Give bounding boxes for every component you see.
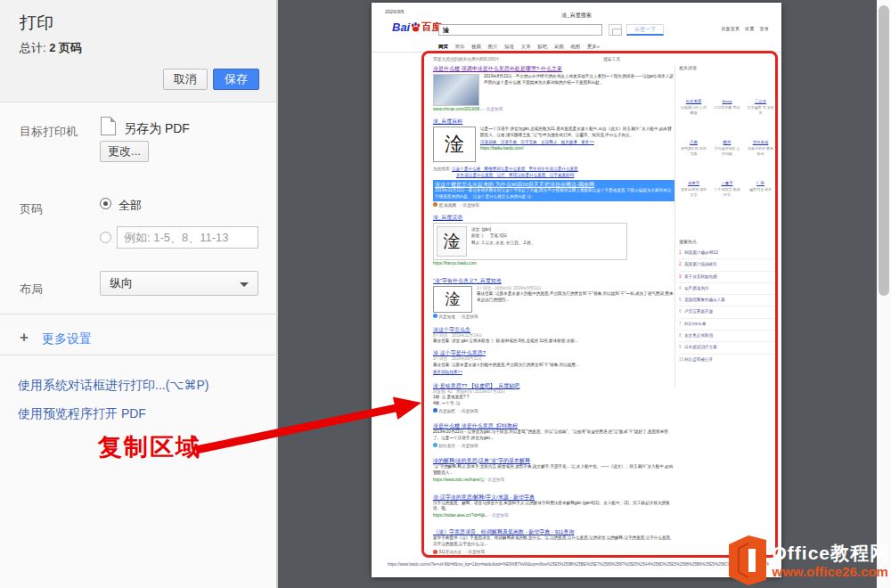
system-dialog-print-link[interactable]: 使用系统对话框进行打印...(⌥⌘P) — [18, 378, 208, 394]
recommend-row: 为您推荐: 淦这个是什么梗 网络用词淦是什么意思 男生对女生说淦是什么意思 女生… — [433, 166, 675, 178]
result-item: 淦是什么梗 强调中淦是什么意思出处是哪里?-什么之家 2019年8月22日 - … — [433, 65, 675, 112]
result-source: 百度知道 - 百度快照 — [433, 314, 675, 320]
destination-label: 目标打印机 — [20, 124, 78, 140]
divider — [0, 314, 278, 314]
hot-search-item[interactable]: 5英国现聚集性确诊人案 — [679, 295, 775, 306]
pages-all-label: 全部 — [119, 198, 142, 214]
result-title-link[interactable]: 淦_百度百科 — [433, 118, 675, 125]
divider — [372, 52, 781, 53]
result-tabs[interactable]: 网页 资讯 视频 图片 知道 文库 贴吧 采购 地图 更多» — [438, 44, 600, 50]
hot-search-item[interactable]: 6卢浮宫重新开放 — [679, 306, 775, 318]
result-item: 淦的解释|淦的意思|汉典“淦”字的基本解释 “淦”字的解释,释义,异体字,音韵方… — [433, 457, 675, 483]
result-item: 淦:汉字淦的意思/解释/字义/来源 - 新华字典 汉字淦的意思、解释、读音与拼音… — [433, 494, 675, 519]
pages-label: 页码 — [20, 201, 43, 217]
more-site-results-link[interactable]: 更多同站结果>> — [433, 369, 675, 375]
destination-value: 另存为 PDF — [124, 121, 190, 137]
related-word: 连笔字潦草连笔写 成的文字 — [679, 181, 708, 197]
hot-search-item[interactable]: 1韩国累计确诊4812 — [679, 248, 775, 259]
watermark: Office教程网 www.office26.com — [727, 535, 889, 586]
related-word: 二叠字二个相同字 构成的字 — [713, 181, 742, 197]
snapshot-link[interactable]: - 百度快照 — [486, 478, 504, 482]
result-title-link[interactable]: 淦是什么梗 淦是什么意思_好特教程 — [433, 422, 675, 429]
pages-all-radio[interactable] — [100, 198, 111, 209]
result-item: 淦_百度汉语 淦 读音: [gàn] 部首: 氵 五笔 IQG 释义: 1.淦水… — [433, 214, 675, 266]
result-title-link[interactable]: 淦 是啥意思?? 【钛皮吧】_百度贴吧 — [433, 382, 675, 389]
layout-label: 布局 — [20, 282, 43, 298]
site-icon — [433, 202, 437, 207]
haote-icon — [433, 443, 437, 447]
search-tools-link[interactable]: 搜索工具 — [603, 56, 620, 61]
layout-value: 纵向 — [110, 276, 133, 290]
result-title-link[interactable]: 淦这个梗是怎么火起来的 为什么90后00后天天把淦挂在嘴边-闽南网 — [435, 181, 674, 188]
result-title-link[interactable]: “淦”字有什么含义?_百度知道 — [433, 277, 675, 284]
result-url: www.chinaz.com/2019/08... — [433, 107, 483, 111]
related-words-title: 相关词语 — [679, 65, 779, 70]
result-title-link[interactable]: 淦_百度汉语 — [433, 214, 675, 221]
pages-custom-radio[interactable] — [100, 232, 111, 243]
scrollbar-thumb[interactable] — [879, 5, 889, 296]
gan-character-image: 淦 — [437, 226, 467, 257]
pdf-document-icon — [101, 117, 116, 135]
related-word: 氵部偏旁与水 相关 — [746, 181, 775, 197]
result-source: 911查询大全 - 百度快照 — [433, 549, 675, 555]
baidu-search-button[interactable]: 百度一下 — [626, 24, 664, 36]
hot-search-item[interactable]: 9日本新冠治疗方案 — [679, 342, 775, 354]
hot-search-list: 搜索热点 1韩国累计确诊4812 2美国累计病例破百 3黄子佼孟耿如结婚 4毛不… — [679, 239, 775, 365]
recommend-links[interactable]: 淦这个是什么梗 网络用词淦是什么意思 男生对女生说淦是什么意思 — [452, 167, 578, 171]
camera-icon[interactable] — [609, 24, 622, 36]
plus-icon: + — [20, 329, 29, 347]
related-word: 出水芙蓉比喻高洁的 人或事物 — [679, 99, 708, 115]
more-settings-link[interactable]: 更多设置 — [42, 331, 92, 347]
watermark-url: www.office26.com — [772, 564, 889, 579]
recommend-links[interactable]: 女生说淦是什么意思 淦烂 发现淦你是什么意思 淦字寓意好吗 — [456, 173, 574, 177]
related-word: 文白异读加拿日本的 更换音相 — [746, 140, 775, 156]
result-title-link[interactable]: 淦这个字怎么念 — [433, 326, 675, 333]
result-source: 百度贴吧 - 百度快照 — [433, 408, 675, 414]
layout-dropdown[interactable]: 纵向 — [100, 271, 258, 296]
baidu-paw-icon — [410, 21, 421, 33]
text-selection-highlight: 淦这个梗是怎么火起来的 为什么90后00后天天把淦挂在嘴边-闽南网 2019年1… — [433, 180, 675, 201]
change-printer-button[interactable]: 更改... — [100, 141, 149, 162]
related-word: 赣州古代虔州地区 土的旧称 — [713, 140, 742, 156]
hot-search-item[interactable]: 10科比遗照被公开 — [679, 355, 775, 365]
open-pdf-preview-link[interactable]: 使用预览程序打开 PDF — [18, 406, 146, 422]
hot-search-title: 搜索热点 — [679, 239, 775, 244]
pages-range-input[interactable] — [117, 226, 258, 249]
result-url: https://zidian.aies.cn/?id=Njk... — [433, 513, 488, 518]
result-source: 思 闽南网 - 百度快照 — [433, 202, 675, 208]
hot-search-item[interactable]: 4毛不易遭淘汰 — [679, 283, 775, 295]
top-links[interactable]: 百度首页 设置 登录 — [721, 26, 769, 31]
result-title-link[interactable]: 淦的解释|淦的意思|汉典“淦”字的基本解释 — [433, 457, 675, 464]
baike-sublinks[interactable]: 汉语词典 汉语字典 汉字宝典 古籍释义 相关故事 更多>> — [480, 139, 674, 145]
result-item: 淦 这个字是什么意思? 3个回答 2019年09月11日 最佳答案: 淦原本是水… — [433, 349, 675, 374]
tieba-icon — [433, 408, 437, 412]
chevron-down-icon — [240, 282, 249, 291]
result-title-link[interactable]: 淦:汉字淦的意思/解释/字义/来源 - 新华字典 — [433, 494, 675, 501]
print-total-pages: 总计: 2 页码 — [20, 40, 82, 56]
preview-scrollbar[interactable] — [877, 0, 891, 588]
divider — [674, 65, 675, 388]
911cha-icon — [433, 550, 437, 554]
result-thumbnail — [433, 74, 479, 106]
save-button[interactable]: 保存 — [213, 69, 259, 90]
print-header-title: 淦_百度搜索 — [372, 12, 781, 20]
watermark-title: Office教程网 — [772, 543, 889, 564]
result-stats: 百度为您找到相关结果约800,000个 搜索工具 — [433, 56, 683, 61]
result-source: 好特首页 - 百度快照 — [433, 443, 675, 449]
hot-search-item[interactable]: 3黄子佼孟耿如结婚 — [679, 272, 775, 283]
related-sidebar: 相关词语 出水芙蓉比喻高洁的 人或事物 biang口语化的象 声词 三点水汉字偏… — [679, 65, 779, 70]
result-title-link[interactable]: 淦是什么梗 强调中淦是什么意思出处是哪里?-什么之家 — [433, 65, 675, 72]
result-item: 淦_百度百科 淦 淦是一个汉语字,拼音为gàn,总笔画数为11,基本意思是水渗入… — [433, 118, 675, 162]
print-dialog-title: 打印 — [20, 12, 53, 35]
search-input[interactable]: 淦 — [438, 24, 602, 36]
hot-search-item[interactable]: 2美国累计病例破百 — [679, 259, 775, 271]
result-title-link[interactable]: 淦 这个字是什么意思? — [433, 349, 675, 356]
hot-search-item[interactable]: 8东京奥运或取消 — [679, 331, 775, 342]
snapshot-link[interactable]: - 百度快照 — [489, 513, 508, 518]
zhidao-icon — [433, 314, 437, 318]
hot-search-item[interactable]: 7科比ins头像 — [679, 319, 775, 331]
snapshot-link[interactable]: - 百度快照 — [484, 107, 503, 111]
cancel-button[interactable]: 取消 — [163, 69, 208, 90]
print-dialog-panel: 打印 总计: 2 页码 取消 保存 目标打印机 另存为 PDF 更改... 页码… — [0, 0, 278, 588]
tab-web[interactable]: 网页 — [438, 44, 448, 49]
